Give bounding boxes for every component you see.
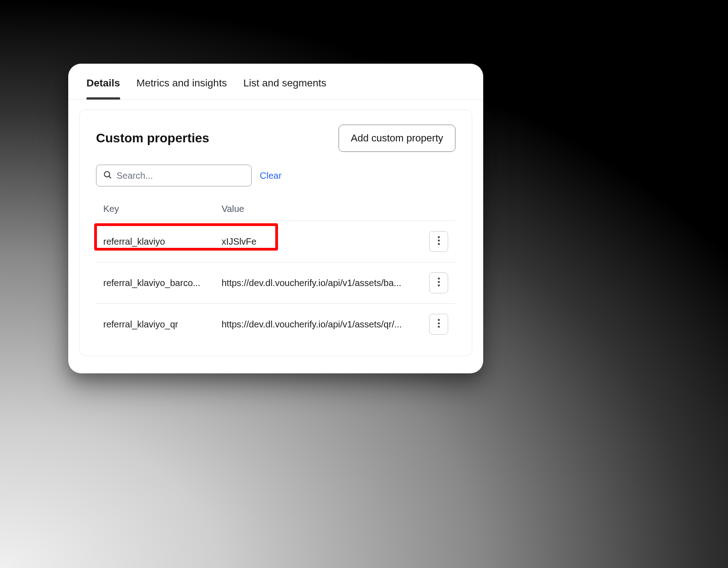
clear-link[interactable]: Clear [260,171,282,181]
tabs-nav: Details Metrics and insights List and se… [68,64,483,100]
svg-point-4 [438,243,440,245]
svg-point-6 [438,281,440,282]
cell-value: https://dev.dl.voucherify.io/api/v1/asse… [222,278,421,288]
kebab-icon [438,277,440,289]
app-window: Details Metrics and insights List and se… [68,64,483,373]
svg-point-5 [438,277,440,279]
table-row: referral_klaviyo xIJSlvFe [96,221,455,262]
tab-metrics-insights[interactable]: Metrics and insights [136,75,227,99]
cell-value: xIJSlvFe [222,236,421,247]
column-header-key: Key [103,204,222,214]
search-icon [103,170,112,181]
column-header-value: Value [222,204,421,214]
properties-table: Key Value referral_klaviyo xIJSlvFe ref [96,197,455,345]
table-header: Key Value [96,197,455,221]
search-row: Clear [96,165,455,186]
kebab-icon [438,236,440,247]
card-header: Custom properties Add custom property [96,125,455,152]
svg-line-1 [109,176,111,178]
table-row: referral_klaviyo_qr https://dev.dl.vouch… [96,304,455,345]
add-custom-property-button[interactable]: Add custom property [339,125,455,152]
cell-value: https://dev.dl.voucherify.io/api/v1/asse… [222,319,421,330]
row-actions-button[interactable] [429,231,448,252]
row-actions-button[interactable] [429,272,448,293]
tab-list-segments[interactable]: List and segments [243,75,327,99]
svg-point-7 [438,284,440,286]
kebab-icon [438,319,440,330]
cell-key: referral_klaviyo [103,236,222,247]
cell-key: referral_klaviyo_barco... [103,278,222,288]
svg-point-3 [438,239,440,241]
search-input[interactable] [116,171,245,181]
custom-properties-card: Custom properties Add custom property Cl… [79,110,472,356]
card-title: Custom properties [96,131,209,146]
table-row: referral_klaviyo_barco... https://dev.dl… [96,262,455,304]
search-box[interactable] [96,165,252,186]
cell-key: referral_klaviyo_qr [103,319,222,330]
row-actions-button[interactable] [429,314,448,335]
svg-point-2 [438,236,440,238]
svg-point-10 [438,326,440,327]
tab-details[interactable]: Details [86,75,120,99]
svg-point-8 [438,319,440,321]
svg-point-9 [438,322,440,324]
